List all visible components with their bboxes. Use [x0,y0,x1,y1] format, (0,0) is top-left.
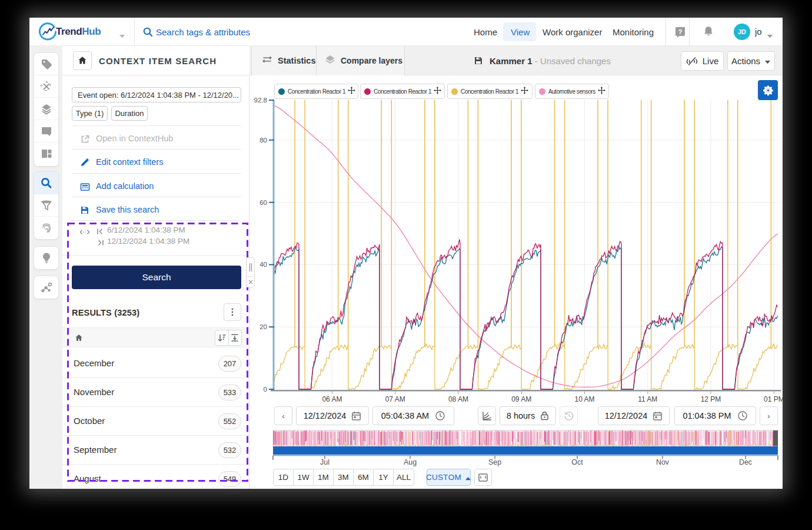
svg-text:*: * [49,83,52,88]
svg-text:−: − [44,87,48,93]
svg-text:Aug: Aug [404,458,417,466]
svg-text:?: ? [678,28,683,35]
svg-text:+: + [45,80,48,85]
svg-text:Nov: Nov [656,458,670,466]
svg-text:÷: ÷ [40,83,43,89]
svg-text:Jul: Jul [320,458,330,466]
svg-text:Sep: Sep [488,458,501,466]
svg-text:Dec: Dec [739,458,752,466]
svg-text:Oct: Oct [571,458,583,466]
